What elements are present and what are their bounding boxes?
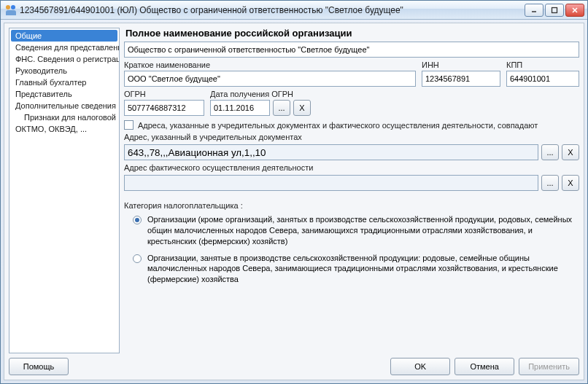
ogrn-date-label: Дата получения ОГРН [210, 90, 327, 98]
short-name-input[interactable] [124, 71, 416, 87]
taxpayer-radio-2[interactable] [133, 254, 142, 263]
window-title: 1234567891/644901001 (ЮЛ) Общество с огр… [20, 5, 525, 15]
taxpayer-radio-1[interactable] [133, 216, 142, 224]
addr-actual-input[interactable] [124, 175, 538, 191]
sidebar-item-director[interactable]: Руководитель [11, 65, 117, 77]
inn-label: ИНН [422, 60, 500, 69]
close-button[interactable] [565, 4, 584, 17]
addr-legal-clear-button[interactable]: X [562, 144, 579, 160]
minimize-button[interactable] [525, 4, 543, 17]
ogrn-date-input[interactable] [210, 100, 270, 116]
sidebar-item-representative[interactable]: Представитель [11, 88, 117, 100]
taxpayer-category-group: Организации (кроме организаций, занятых … [133, 214, 579, 285]
full-name-input[interactable] [124, 42, 579, 58]
maximize-button[interactable] [545, 4, 564, 17]
sidebar-item-fns[interactable]: ФНС. Сведения о регистрац [11, 53, 117, 65]
addr-actual-label: Адрес фактического осуществления деятель… [124, 163, 579, 172]
addr-legal-label: Адрес, указанный в учредительных докумен… [124, 133, 579, 141]
taxpayer-radio-2-label: Организации, занятые в производстве сель… [147, 253, 579, 286]
short-name-label: Краткое наименование [124, 60, 416, 69]
app-icon [5, 4, 17, 16]
section-title: Полное наименование российской организац… [124, 28, 579, 39]
content: Общие Сведения для представлени ФНС. Све… [4, 23, 584, 380]
addresses-match-checkbox[interactable] [124, 120, 134, 130]
titlebar: 1234567891/644901001 (ЮЛ) Общество с огр… [1, 1, 587, 20]
window: 1234567891/644901001 (ЮЛ) Общество с огр… [0, 0, 588, 384]
sidebar-item-accountant[interactable]: Главный бухгалтер [11, 77, 117, 88]
ogrn-input[interactable] [124, 100, 204, 116]
inn-input[interactable] [422, 71, 500, 87]
sidebar-item-general[interactable]: Общие [11, 30, 117, 42]
ogrn-date-browse-button[interactable]: ... [273, 100, 290, 116]
addresses-match-label: Адреса, указанные в учредительных докуме… [138, 121, 538, 130]
ogrn-date-clear-button[interactable]: X [293, 100, 311, 116]
help-button[interactable]: Помощь [9, 358, 69, 375]
apply-button[interactable]: Применить [519, 358, 579, 375]
ok-button[interactable]: OK [390, 358, 450, 375]
sidebar-item-submission[interactable]: Сведения для представлени [11, 42, 117, 53]
sidebar-item-oktmo[interactable]: ОКТМО, ОКВЭД, ... [11, 123, 117, 135]
kpp-input[interactable] [506, 71, 579, 87]
taxpayer-category-label: Категория налогоплательщика : [124, 201, 579, 210]
addr-actual-clear-button[interactable]: X [562, 175, 579, 191]
cancel-button[interactable]: Отмена [454, 358, 514, 375]
addr-legal-input[interactable] [124, 144, 538, 160]
footer: Помощь OK Отмена Применить [9, 353, 579, 375]
window-controls [525, 4, 584, 17]
sidebar-item-additional[interactable]: Дополнительные сведения [11, 100, 117, 111]
addr-actual-browse-button[interactable]: ... [541, 175, 559, 191]
ogrn-label: ОГРН [124, 90, 204, 98]
sidebar-item-tax-signs[interactable]: Признаки для налоговой [11, 111, 117, 123]
taxpayer-radio-1-label: Организации (кроме организаций, занятых … [147, 214, 579, 247]
addr-legal-browse-button[interactable]: ... [541, 144, 559, 160]
kpp-label: КПП [506, 60, 579, 69]
svg-rect-1 [552, 7, 557, 12]
main-panel: Полное наименование российской организац… [124, 28, 579, 353]
sidebar: Общие Сведения для представлени ФНС. Све… [9, 28, 120, 353]
